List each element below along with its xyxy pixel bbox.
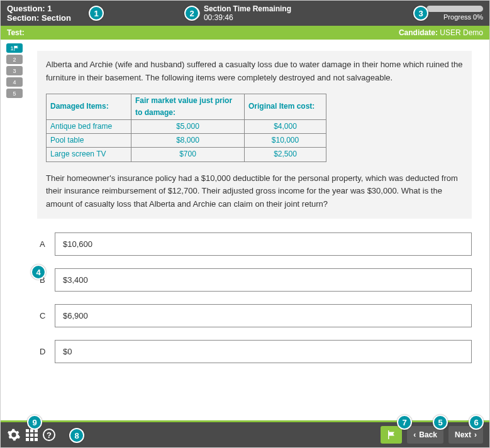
nav-item-4[interactable]: 4	[6, 77, 23, 87]
option-letter: A	[40, 239, 48, 249]
annotation-marker-1: 1	[89, 6, 104, 21]
grid-icon	[26, 429, 38, 441]
settings-button[interactable]	[7, 428, 21, 442]
option-letter: C	[40, 311, 48, 320]
option-text: $3,400	[63, 275, 88, 285]
option-letter: D	[40, 347, 48, 356]
damaged-items-table: Damaged Items: Fair market value just pr…	[46, 94, 326, 162]
table-cell: Pool table	[47, 134, 131, 148]
question-nav: 1 2 3 4 5	[1, 40, 28, 420]
help-icon: ?	[43, 429, 55, 441]
nav-item-label: 3	[13, 68, 16, 74]
table-row: Large screen TV $700 $2,500	[47, 148, 326, 161]
option-d-row: D $0	[40, 340, 472, 363]
table-cell: $10,000	[245, 134, 326, 148]
stem-para-2: Their homeowner's insurance policy had a…	[46, 172, 463, 211]
progress-bar	[426, 6, 483, 12]
navigator-button[interactable]	[26, 429, 38, 441]
flag-icon	[14, 46, 19, 51]
table-cell: $5,000	[131, 119, 245, 133]
question-label: Question:	[7, 4, 45, 13]
flag-button[interactable]	[381, 426, 402, 444]
question-stem: Alberta and Archie (wife and husband) su…	[37, 51, 472, 219]
table-cell: $2,500	[245, 148, 326, 161]
option-a[interactable]: $10,600	[55, 232, 472, 256]
candidate-label: Candidate:	[399, 28, 438, 37]
option-text: $10,600	[63, 239, 92, 249]
section-name: Section	[42, 13, 71, 23]
annotation-marker-6: 6	[469, 415, 484, 430]
question-section-block: Question: 1 Section: Section	[7, 4, 71, 23]
timer-value: 00:39:46	[204, 13, 291, 22]
info-bar: Test: Candidate: USER Demo	[1, 26, 489, 40]
timer-label: Section Time Remaining	[204, 4, 291, 13]
nav-item-3[interactable]: 3	[6, 66, 23, 75]
gear-icon	[7, 428, 21, 442]
question-content: Alberta and Archie (wife and husband) su…	[28, 40, 489, 420]
table-row: Antique bed frame $5,000 $4,000	[47, 119, 326, 133]
next-label: Next	[455, 430, 471, 439]
main-area: 1 2 3 4 5 Alberta and Archie (wife and h…	[1, 40, 489, 420]
nav-item-label: 5	[13, 90, 16, 97]
table-header: Original Item cost:	[245, 94, 326, 119]
back-label: Back	[419, 430, 437, 439]
answer-options: A $10,600 B $3,400 C $6,900 D $0	[40, 232, 472, 363]
stem-para-1: Alberta and Archie (wife and husband) su…	[46, 58, 463, 85]
option-b-row: B $3,400	[40, 268, 472, 292]
chevron-right-icon: ›	[474, 430, 477, 439]
progress-block: Progress 0%	[426, 6, 483, 21]
table-cell: $8,000	[131, 134, 245, 148]
option-c[interactable]: $6,900	[55, 304, 472, 327]
nav-item-label: 4	[13, 79, 16, 85]
option-a-row: A $10,600	[40, 232, 472, 256]
nav-item-2[interactable]: 2	[6, 55, 23, 64]
table-cell: $700	[131, 148, 245, 161]
annotation-marker-2: 2	[184, 6, 199, 21]
section-label: Section:	[7, 13, 39, 23]
candidate-name: USER Demo	[440, 28, 483, 37]
help-button[interactable]: ?	[43, 429, 55, 441]
table-cell: Antique bed frame	[47, 119, 131, 133]
nav-item-5[interactable]: 5	[6, 89, 23, 98]
chevron-left-icon: ‹	[413, 430, 416, 439]
table-header: Damaged Items:	[47, 94, 131, 119]
app-frame: Question: 1 Section: Section Section Tim…	[0, 0, 490, 448]
option-c-row: C $6,900	[40, 304, 472, 327]
annotation-marker-7: 7	[397, 415, 412, 430]
annotation-marker-9: 9	[27, 415, 42, 430]
annotation-marker-5: 5	[433, 415, 448, 430]
option-b[interactable]: $3,400	[55, 268, 472, 292]
flag-icon	[386, 430, 396, 440]
table-row: Pool table $8,000 $10,000	[47, 134, 326, 148]
table-header: Fair market value just prior to damage:	[131, 94, 245, 119]
nav-item-label: 2	[13, 57, 16, 63]
table-cell: Large screen TV	[47, 148, 131, 161]
option-text: $0	[63, 347, 72, 356]
option-d[interactable]: $0	[55, 340, 472, 363]
nav-item-1[interactable]: 1	[6, 43, 23, 53]
progress-text: Progress 0%	[443, 13, 483, 21]
test-label: Test:	[7, 28, 25, 37]
option-text: $6,900	[63, 311, 88, 320]
timer-block: Section Time Remaining 00:39:46	[187, 4, 291, 22]
annotation-marker-3: 3	[413, 6, 428, 21]
annotation-marker-4: 4	[31, 265, 46, 280]
table-cell: $4,000	[245, 119, 326, 133]
annotation-marker-8: 8	[69, 428, 84, 443]
question-number: 1	[47, 4, 52, 13]
